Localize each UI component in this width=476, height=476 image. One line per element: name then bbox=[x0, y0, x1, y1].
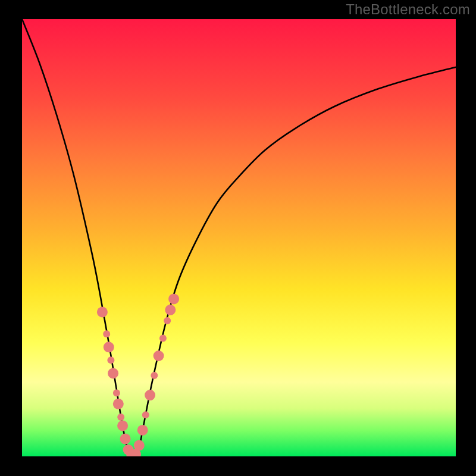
marker-dot bbox=[164, 317, 171, 324]
marker-dot bbox=[134, 440, 145, 451]
marker-dot bbox=[107, 356, 114, 364]
marker-dot bbox=[168, 293, 179, 304]
marker-dot bbox=[151, 372, 158, 379]
bottleneck-curve bbox=[22, 19, 456, 458]
marker-dot bbox=[120, 434, 131, 444]
marker-dot bbox=[117, 421, 128, 431]
marker-dot bbox=[159, 335, 167, 342]
marker-dot bbox=[103, 330, 110, 337]
marker-dot bbox=[113, 399, 124, 409]
marker-dot bbox=[104, 342, 114, 352]
marker-group bbox=[97, 293, 179, 460]
marker-dot bbox=[108, 368, 118, 378]
marker-dot bbox=[137, 425, 148, 436]
marker-dot bbox=[154, 350, 164, 361]
marker-dot bbox=[117, 414, 124, 421]
curve-layer bbox=[0, 0, 476, 476]
marker-dot bbox=[142, 411, 149, 418]
chart-frame: TheBottleneck.com bbox=[0, 0, 476, 476]
marker-dot bbox=[165, 305, 176, 315]
marker-dot bbox=[97, 307, 108, 318]
marker-dot bbox=[145, 390, 155, 400]
marker-dot bbox=[113, 389, 120, 396]
